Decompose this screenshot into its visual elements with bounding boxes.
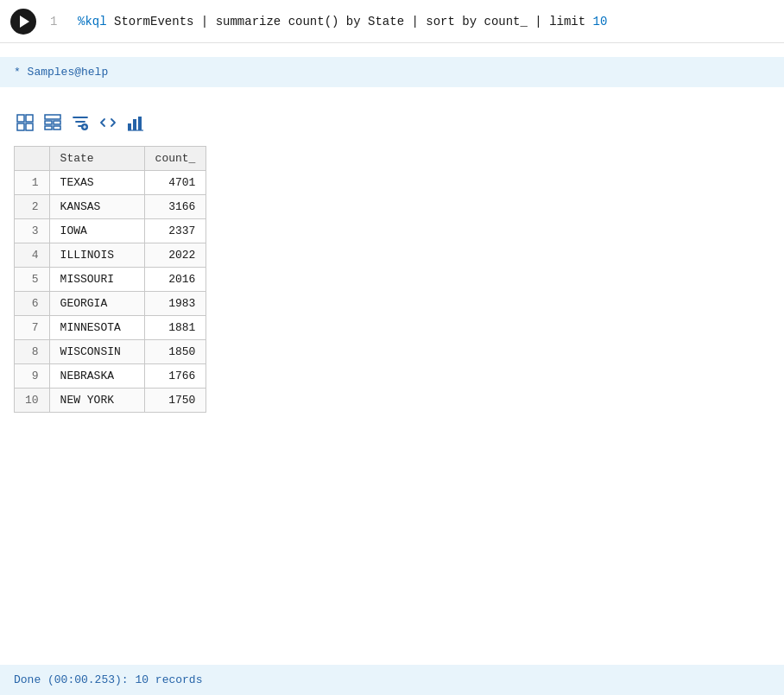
table-row: 8WISCONSIN1850 <box>15 340 206 364</box>
row-number-cell: 10 <box>15 389 50 413</box>
count-column-header: count_ <box>144 147 206 171</box>
status-bar: Done (00:00.253): 10 records <box>0 665 784 695</box>
svg-rect-11 <box>133 119 136 130</box>
state-cell: MINNESOTA <box>49 316 144 340</box>
line-number: 1 <box>50 15 64 28</box>
filter-results-icon[interactable] <box>69 111 92 134</box>
row-number-cell: 5 <box>15 268 50 292</box>
svg-rect-1 <box>26 115 33 122</box>
results-table: State count_ 1TEXAS47012KANSAS31663IOWA2… <box>14 146 206 413</box>
code-highlight: count_ <box>484 15 528 28</box>
code-keyword: %kql <box>78 15 107 28</box>
page-wrapper: 1 %kql StormEvents | summarize count() b… <box>0 0 784 695</box>
state-cell: KANSAS <box>49 195 144 219</box>
code-view-toggle-icon[interactable] <box>97 111 119 134</box>
row-number-cell: 1 <box>15 171 50 195</box>
count-cell: 2337 <box>144 219 206 243</box>
table-row: 6GEORGIA1983 <box>15 292 206 316</box>
state-cell: NEBRASKA <box>49 364 144 389</box>
result-toolbar <box>14 108 770 137</box>
table-row: 10NEW YORK1750 <box>15 389 206 413</box>
count-cell: 1850 <box>144 340 206 364</box>
svg-rect-12 <box>138 117 142 130</box>
table-row: 5MISSOURI2016 <box>15 268 206 292</box>
run-button[interactable] <box>10 9 36 35</box>
state-cell: IOWA <box>49 219 144 243</box>
sample-info-bar: * Samples@help <box>0 57 784 87</box>
row-number-cell: 2 <box>15 195 50 219</box>
svg-rect-5 <box>45 121 52 124</box>
count-cell: 4701 <box>144 171 206 195</box>
code-text: %kql StormEvents | summarize count() by … <box>78 15 607 28</box>
row-num-header <box>15 147 50 171</box>
state-cell: NEW YORK <box>49 389 144 413</box>
code-body: StormEvents | summarize count() by State… <box>114 15 484 28</box>
svg-rect-4 <box>45 115 60 119</box>
svg-rect-10 <box>128 123 131 130</box>
count-cell: 2022 <box>144 243 206 268</box>
svg-rect-0 <box>17 115 24 122</box>
svg-rect-6 <box>54 121 60 124</box>
svg-rect-2 <box>17 123 24 130</box>
svg-rect-8 <box>54 126 60 130</box>
main-content: State count_ 1TEXAS47012KANSAS31663IOWA2… <box>0 101 784 426</box>
svg-rect-3 <box>26 123 33 130</box>
table-view-icon[interactable] <box>14 111 36 134</box>
row-number-cell: 4 <box>15 243 50 268</box>
row-number-cell: 6 <box>15 292 50 316</box>
state-cell: ILLINOIS <box>49 243 144 268</box>
state-cell: GEORGIA <box>49 292 144 316</box>
table-row: 2KANSAS3166 <box>15 195 206 219</box>
table-row: 9NEBRASKA1766 <box>15 364 206 389</box>
table-row: 7MINNESOTA1881 <box>15 316 206 340</box>
row-number-cell: 3 <box>15 219 50 243</box>
table-header-row: State count_ <box>15 147 206 171</box>
row-number-cell: 8 <box>15 340 50 364</box>
svg-rect-7 <box>45 126 52 130</box>
row-number-cell: 7 <box>15 316 50 340</box>
sample-text: * Samples@help <box>14 66 108 79</box>
count-cell: 2016 <box>144 268 206 292</box>
count-cell: 1766 <box>144 364 206 389</box>
code-editor-bar: 1 %kql StormEvents | summarize count() b… <box>0 0 784 43</box>
state-cell: MISSOURI <box>49 268 144 292</box>
count-cell: 1750 <box>144 389 206 413</box>
table-row: 4ILLINOIS2022 <box>15 243 206 268</box>
state-cell: TEXAS <box>49 171 144 195</box>
count-cell: 1983 <box>144 292 206 316</box>
table-row: 1TEXAS4701 <box>15 171 206 195</box>
chart-view-icon[interactable] <box>124 111 147 134</box>
count-cell: 1881 <box>144 316 206 340</box>
status-text: Done (00:00.253): 10 records <box>14 673 202 686</box>
state-cell: WISCONSIN <box>49 340 144 364</box>
code-rest: | limit <box>528 15 593 28</box>
state-column-header: State <box>49 147 144 171</box>
code-number: 10 <box>593 15 608 28</box>
row-number-cell: 9 <box>15 364 50 389</box>
table-row: 3IOWA2337 <box>15 219 206 243</box>
pivot-icon[interactable] <box>41 111 64 134</box>
count-cell: 3166 <box>144 195 206 219</box>
